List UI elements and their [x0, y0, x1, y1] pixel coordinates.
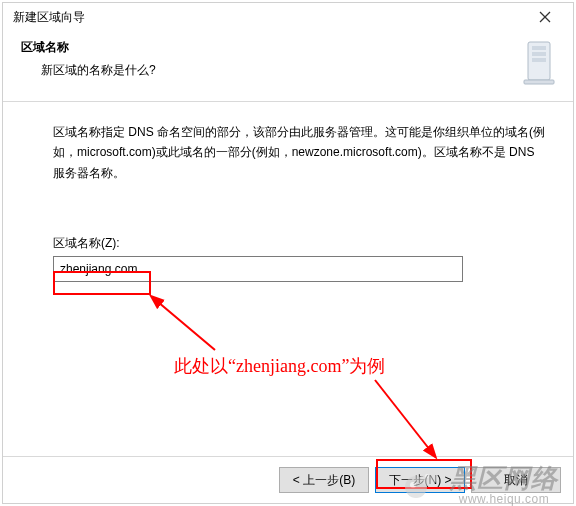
close-button[interactable] [525, 6, 565, 28]
page-heading: 区域名称 [21, 39, 156, 56]
wizard-body: 区域名称指定 DNS 命名空间的部分，该部分由此服务器管理。这可能是你组织单位的… [3, 102, 573, 456]
next-button[interactable]: 下一步(N) > [375, 467, 465, 493]
server-icon [519, 39, 559, 87]
button-row: < 上一步(B) 下一步(N) > 取消 [3, 456, 573, 503]
svg-rect-5 [532, 58, 546, 62]
wizard-header: 区域名称 新区域的名称是什么? [3, 31, 573, 102]
svg-rect-6 [524, 80, 554, 84]
page-subheading: 新区域的名称是什么? [41, 62, 156, 79]
zone-name-input[interactable] [53, 256, 463, 282]
back-button[interactable]: < 上一步(B) [279, 467, 369, 493]
titlebar: 新建区域向导 [3, 3, 573, 31]
window-title: 新建区域向导 [13, 9, 85, 26]
svg-rect-3 [532, 46, 546, 50]
close-icon [539, 11, 551, 23]
description-text: 区域名称指定 DNS 命名空间的部分，该部分由此服务器管理。这可能是你组织单位的… [53, 122, 549, 183]
zone-name-label: 区域名称(Z): [53, 235, 549, 252]
svg-rect-4 [532, 52, 546, 56]
cancel-button[interactable]: 取消 [471, 467, 561, 493]
wizard-dialog: 新建区域向导 区域名称 新区域的名称是什么? 区域名称指定 DNS 命名空间的部… [2, 2, 574, 504]
